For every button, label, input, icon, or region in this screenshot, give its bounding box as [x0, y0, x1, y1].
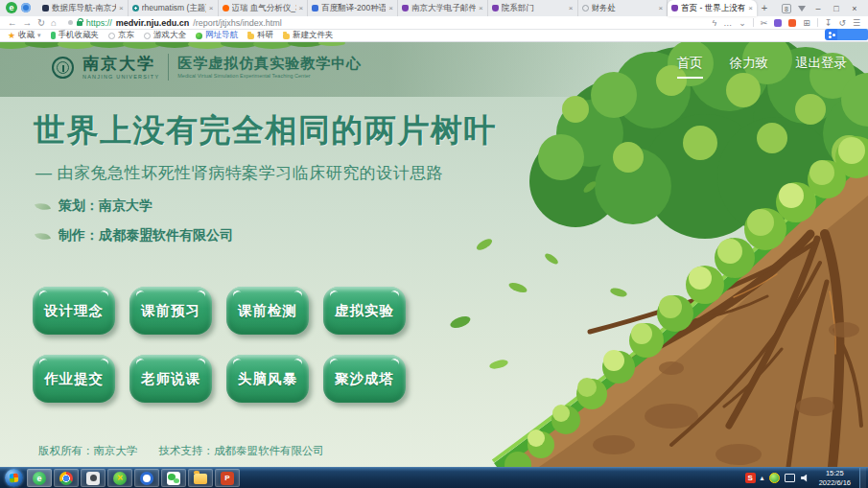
history-icon[interactable]: ↺	[838, 18, 846, 28]
volume-icon[interactable]	[800, 473, 810, 483]
funnel-icon[interactable]	[798, 6, 806, 12]
expand-icon[interactable]: ⌄	[739, 18, 746, 28]
home-button[interactable]: ⌂	[51, 18, 57, 28]
bookmark-jd[interactable]: 京东	[108, 30, 134, 41]
site-logo[interactable]: 南京大学 NANJING UNIVERSITY 医学虚拟仿真实验教学中心 Med…	[52, 54, 362, 81]
sogou-tray-icon[interactable]: S	[745, 473, 756, 483]
tab-label: rheumatism (主题) AND…	[142, 3, 206, 14]
tab-close-icon[interactable]: ×	[569, 4, 574, 12]
network-icon[interactable]	[785, 473, 795, 483]
more-icon[interactable]: …	[723, 18, 732, 28]
address-bar-row: ← → ↻ ⌂ https:// medvir.nju.edu.cn /repo…	[0, 16, 868, 30]
hidden-icons-arrow[interactable]: ▴	[761, 474, 764, 482]
page-footer: 版权所有：南京大学 技术支持：成都泰盟软件有限公司	[38, 444, 324, 458]
bookmark-nav-site[interactable]: 网址导航	[196, 30, 238, 41]
button-brainstorm[interactable]: 头脑风暴	[226, 355, 309, 403]
tab-close-icon[interactable]: ×	[299, 4, 304, 12]
apps-grid-icon[interactable]: ⊞	[803, 18, 810, 28]
tab-close-icon[interactable]: ×	[209, 4, 214, 12]
browser-tab-6[interactable]: 院系部门 ×	[488, 0, 578, 16]
menu-icon[interactable]: ☰	[853, 18, 860, 28]
module-button-grid: 设计理念 课前预习 课前检测 虚拟实验 作业提交 老师说课 头脑风暴 聚沙成塔	[33, 287, 406, 403]
site-favicon-icon	[582, 5, 589, 12]
scissors-icon[interactable]: ✂	[761, 18, 768, 28]
bookmark-folder-new[interactable]: 新建文件夹	[283, 30, 334, 41]
button-pre-class-test[interactable]: 课前检测	[226, 287, 309, 335]
bolt-icon[interactable]: ϟ	[712, 18, 716, 28]
back-button[interactable]: ←	[8, 18, 17, 28]
button-virtual-experiment[interactable]: 虚拟实验	[323, 287, 406, 335]
button-sand-to-tower[interactable]: 聚沙成塔	[323, 355, 406, 403]
browser-tab-active[interactable]: 首页 - 世界上没有完全相… ×	[668, 0, 757, 16]
leaf-icon	[35, 230, 51, 243]
extension-orange-icon[interactable]	[788, 19, 796, 27]
browser-tab-2[interactable]: rheumatism (主题) AND… ×	[129, 0, 219, 16]
browser-extension-overlay[interactable]	[825, 29, 868, 40]
show-desktop-button[interactable]	[859, 468, 866, 488]
button-teacher-talk[interactable]: 老师说课	[129, 355, 212, 403]
site-favicon-icon	[312, 5, 318, 12]
url-path: /report/jtjxhs/index.html	[193, 18, 282, 28]
browser-360-logo-icon[interactable]: e	[6, 2, 17, 13]
browser-tab-7[interactable]: 财务处 ×	[578, 0, 669, 16]
360-ball-icon[interactable]	[769, 473, 780, 483]
site-favicon-icon	[132, 5, 139, 12]
extension-purple-icon[interactable]	[774, 19, 782, 27]
page-title: 世界上没有完全相同的两片树叶	[34, 109, 497, 152]
taskbar-app-opera[interactable]	[134, 469, 159, 487]
tab-label: 院系部门	[502, 3, 566, 14]
taskbar-app-wechat[interactable]	[161, 469, 186, 487]
folder-icon	[247, 34, 254, 39]
start-button[interactable]	[5, 469, 23, 487]
browser-tab-1[interactable]: 数据库导航-南京大学图… ×	[38, 0, 129, 16]
bookmarks-root[interactable]: ★ 收藏 ▾	[8, 30, 41, 41]
bookmark-folder-research[interactable]: 科研	[247, 30, 273, 41]
url-input[interactable]: https:// medvir.nju.edu.cn /report/jtjxh…	[62, 18, 707, 28]
browser-tab-4[interactable]: 百度翻译-200种语言互… ×	[308, 0, 398, 16]
browser-tab-3[interactable]: 迈瑞 血气分析仪_360搜… ×	[219, 0, 309, 16]
tab-close-icon[interactable]: ×	[388, 4, 393, 12]
tab-close-icon[interactable]: ×	[659, 4, 664, 12]
nav-user[interactable]: 徐力致	[730, 55, 769, 79]
taskbar-app-chrome[interactable]	[54, 469, 79, 487]
bookmark-label: 新建文件夹	[293, 30, 334, 41]
globe-icon	[108, 33, 115, 39]
taskbar-clock[interactable]: 15:25 2022/6/16	[815, 469, 855, 487]
button-homework-submit[interactable]: 作业提交	[33, 355, 115, 403]
forward-button[interactable]: →	[23, 18, 33, 28]
nav-home[interactable]: 首页	[677, 55, 703, 79]
bookmark-games[interactable]: 游戏大全	[144, 30, 186, 41]
refresh-button[interactable]: ↻	[37, 18, 45, 28]
bookmark-mobile-favorites[interactable]: 手机收藏夹	[51, 30, 100, 41]
browser-tab-5[interactable]: 南京大学电子邮件系统 ×	[398, 0, 488, 16]
maximize-button[interactable]: □	[831, 4, 842, 13]
site-favicon-icon	[223, 5, 229, 12]
close-window-button[interactable]: ×	[849, 4, 860, 13]
tab-close-icon[interactable]: ×	[119, 4, 124, 12]
browser-mode-icon[interactable]	[21, 3, 31, 12]
folder-icon	[194, 474, 207, 484]
button-design-concept[interactable]: 设计理念	[33, 287, 115, 335]
taskbar-app-explorer[interactable]	[188, 469, 213, 487]
credit-maker-label: 制作：成都泰盟软件有限公司	[59, 227, 233, 244]
minimize-button[interactable]: –	[812, 4, 824, 13]
bookmark-label: 手机收藏夹	[59, 30, 100, 41]
taskbar-app-360-safety[interactable]: ✕	[107, 469, 132, 487]
university-name-en: NANJING UNIVERSITY	[82, 74, 159, 80]
taskbar-app-sogou-tool[interactable]	[81, 469, 106, 487]
taskbar-app-360-browser[interactable]: e	[27, 469, 52, 487]
folder-icon	[283, 34, 290, 39]
site-info-icon[interactable]	[68, 20, 73, 25]
taskbar-app-powerpoint[interactable]: P	[215, 469, 240, 487]
tab-close-icon[interactable]: ×	[479, 4, 483, 12]
chrome-icon	[59, 472, 73, 485]
star-icon: ★	[8, 31, 15, 40]
clock-date: 2022/6/16	[819, 478, 851, 487]
nav-logout[interactable]: 退出登录	[795, 55, 847, 79]
tab-close-icon[interactable]: ×	[748, 4, 753, 12]
new-tab-button[interactable]: +	[757, 0, 772, 16]
session-count-icon[interactable]: 8	[782, 4, 791, 13]
download-icon[interactable]: ↧	[825, 18, 833, 28]
button-pre-class-preview[interactable]: 课前预习	[129, 287, 212, 335]
window-controls: 8 – □ ×	[772, 0, 868, 16]
